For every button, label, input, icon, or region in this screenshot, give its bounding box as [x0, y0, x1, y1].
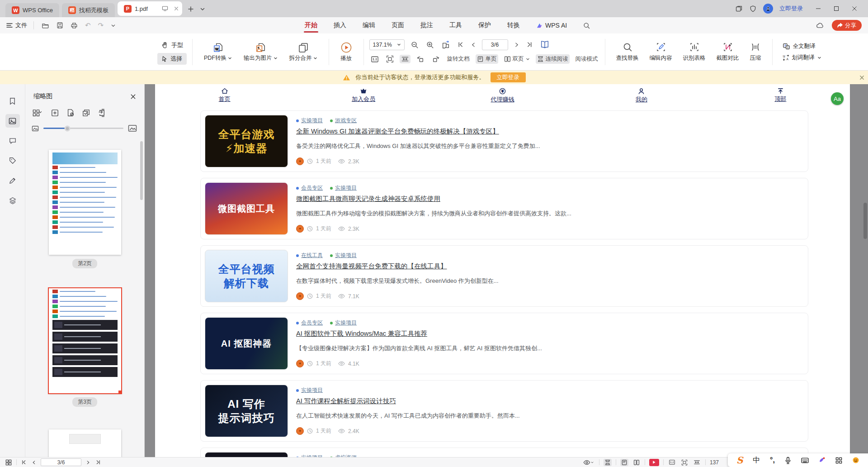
minimize-button[interactable] — [809, 0, 827, 17]
rotate-pages-icon[interactable] — [440, 39, 452, 50]
annotate-pen-icon[interactable] — [5, 174, 20, 187]
article-tag[interactable]: 实操项目 — [296, 386, 323, 394]
print-icon[interactable] — [69, 22, 79, 29]
page-thumbnail-3[interactable] — [49, 288, 121, 393]
new-tab-button[interactable] — [185, 3, 197, 15]
ime-toolbox-icon[interactable] — [835, 457, 842, 464]
read-book-icon[interactable] — [538, 39, 551, 50]
ime-lang-key[interactable]: 中 — [753, 456, 760, 465]
file-menu[interactable]: 文件 — [6, 21, 27, 29]
translate-word-button[interactable]: 字A 划词翻译 — [783, 54, 821, 62]
export-page-icon[interactable] — [98, 109, 106, 117]
last-page-icon[interactable] — [525, 41, 534, 48]
panel-scrollbar[interactable] — [140, 141, 143, 200]
article-card[interactable]: AI 写作提示词技巧实操项目AI 写作课程全解析提示词设计技巧在人工智能技术快速… — [200, 380, 808, 442]
big-button-3[interactable]: 拆分合并 — [283, 42, 323, 62]
rotate-right-icon[interactable] — [430, 55, 441, 64]
thumb-layout-icon[interactable] — [33, 110, 43, 117]
page-nav-money[interactable]: ¥代理赚钱 — [433, 88, 572, 107]
ribbon-tab-3[interactable]: 编辑 — [356, 17, 382, 33]
document-canvas[interactable]: 首页加入会员¥代理赚钱我的顶部 Aa 全平台游戏⚡加速器实操项目游戏专区全新 W… — [145, 84, 868, 457]
zoom-in-icon[interactable] — [425, 40, 435, 50]
zoom-out-icon[interactable] — [409, 40, 420, 50]
article-tag[interactable]: 虚拟资源 — [330, 454, 357, 457]
statusbar-prev-page-icon[interactable] — [31, 460, 37, 465]
double-page-button[interactable]: 双页 — [503, 54, 531, 64]
notice-login-button[interactable]: 立即登录 — [491, 72, 526, 82]
statusbar-continuous-icon[interactable] — [604, 459, 612, 466]
ime-mic-icon[interactable] — [785, 457, 791, 464]
article-tag[interactable]: 游戏专区 — [330, 117, 357, 124]
notice-close-icon[interactable] — [859, 75, 864, 80]
statusbar-single-page-icon[interactable] — [620, 459, 628, 466]
ribbon-search-button[interactable] — [577, 17, 596, 33]
tool-button-2[interactable]: 编辑内容 — [644, 42, 678, 62]
ribbon-tab-2[interactable]: 插入 — [327, 17, 353, 33]
page-nav-home[interactable]: 首页 — [155, 88, 294, 107]
login-link[interactable]: 立即登录 — [779, 5, 803, 13]
undo-icon[interactable]: ↶ — [84, 21, 92, 29]
shield-icon[interactable] — [749, 5, 757, 13]
layers-icon[interactable] — [5, 194, 20, 207]
window-tab-docer[interactable]: 稻找稻壳模板 — [62, 3, 115, 17]
page-nav-user[interactable]: 我的 — [572, 88, 711, 107]
article-tag[interactable]: 在线工具 — [296, 252, 323, 259]
fit-page-icon[interactable] — [385, 54, 395, 64]
article-title-link[interactable]: AI 写作课程全解析提示词设计技巧 — [296, 397, 804, 405]
thumb-smaller-icon[interactable] — [32, 125, 39, 132]
ime-skin-icon[interactable] — [818, 457, 826, 464]
continuous-read-button[interactable]: 连续阅读 — [536, 54, 570, 64]
statusbar-play-button[interactable] — [649, 459, 659, 466]
rotate-left-icon[interactable] — [415, 55, 426, 64]
ribbon-tab-8[interactable]: 转换 — [501, 17, 526, 33]
page-number-input[interactable]: 3/6 — [482, 39, 508, 50]
statusbar-thumbnail-icon[interactable] — [5, 459, 13, 466]
statusbar-fit-page-icon[interactable] — [680, 459, 689, 466]
rotate-doc-label[interactable]: 旋转文档 — [446, 54, 471, 64]
article-card[interactable]: AI 抠图神器会员专区实操项目AI 抠图软件下载 Windows/Mac 兼容工… — [200, 313, 808, 374]
ime-logo-icon[interactable]: S — [736, 455, 743, 466]
translate-full-button[interactable]: A文 全文翻译 — [783, 43, 821, 50]
avatar[interactable] — [763, 4, 773, 14]
window-tab-home[interactable]: WWPS Office — [5, 3, 59, 17]
article-tag[interactable]: 实操项目 — [330, 319, 357, 327]
close-button[interactable] — [845, 0, 863, 17]
ime-keyboard-icon[interactable] — [801, 457, 809, 463]
thumbnail-panel-icon[interactable] — [5, 114, 20, 128]
thumb-larger-icon[interactable] — [128, 124, 137, 132]
tool-button-4[interactable]: 截图对比 — [711, 42, 745, 62]
article-title-link[interactable]: AI 抠图软件下载 Windows/Mac 兼容工具推荐 — [296, 329, 804, 338]
read-mode-button[interactable]: 阅读模式 — [574, 54, 599, 64]
monitor-icon[interactable] — [162, 6, 168, 11]
ime-punct-key[interactable]: °, — [770, 456, 775, 464]
tool-button-3[interactable]: 识别表格 — [678, 42, 711, 62]
article-card[interactable]: 微图截图工具会员专区实操项目微图截图工具微商聊天记录生成神器安卓系统使用微图截图… — [200, 178, 808, 239]
page-nav-vip[interactable]: 加入会员 — [294, 88, 433, 107]
article-tag[interactable]: 实操项目 — [330, 184, 357, 192]
vertical-scrollbar[interactable] — [863, 84, 867, 457]
tool-button-5[interactable]: 压缩 — [745, 42, 767, 62]
first-page-icon[interactable] — [456, 41, 465, 48]
statusbar-double-page-icon[interactable] — [632, 459, 641, 466]
play-button[interactable]: 播放 — [335, 42, 358, 62]
hand-tool-button[interactable]: 手型 — [157, 39, 187, 51]
statusbar-actual-size-icon[interactable] — [668, 459, 676, 466]
share-button[interactable]: 分享 — [832, 20, 862, 31]
article-tag[interactable]: 会员专区 — [296, 184, 323, 192]
article-card[interactable]: 全平台游戏⚡加速器实操项目游戏专区全新 Windows GI 加速器评测全平台免… — [200, 110, 808, 172]
article-title-link[interactable]: 微图截图工具微商聊天记录生成神器安卓系统使用 — [296, 195, 804, 203]
tool-button-1[interactable]: 查找替换 — [611, 42, 644, 62]
article-card[interactable]: 全平台视频解析下载在线工具实操项目全网首个支持海量视频平台免费下载的【在线工具】… — [200, 245, 808, 307]
actual-size-icon[interactable] — [369, 55, 380, 64]
thumbnail-item[interactable]: 第2页 — [25, 150, 144, 268]
label-icon[interactable] — [5, 154, 20, 167]
single-page-button[interactable]: 单页 — [476, 54, 498, 64]
panel-close-icon[interactable] — [130, 94, 136, 100]
redo-icon[interactable]: ↷ — [97, 21, 105, 29]
next-page-icon[interactable] — [513, 41, 521, 48]
page-thumbnail-2[interactable] — [49, 150, 121, 255]
quickbar-chevron-icon[interactable] — [109, 23, 117, 28]
article-tag[interactable]: 实操项目 — [296, 454, 323, 457]
article-title-link[interactable]: 全新 Windows GI 加速器评测全平台免费畅玩的终极解决【游戏专区】 — [296, 127, 804, 136]
add-page-icon[interactable] — [51, 109, 59, 117]
